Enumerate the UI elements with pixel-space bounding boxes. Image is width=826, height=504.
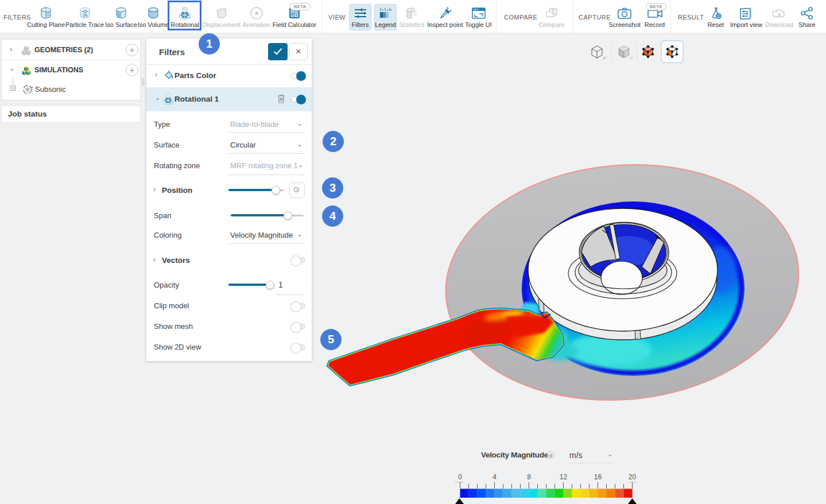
svg-text:4: 4	[493, 473, 497, 481]
svg-text:0: 0	[458, 473, 462, 481]
svg-text:12: 12	[560, 473, 568, 481]
svg-text:20: 20	[629, 473, 637, 481]
svg-text:16: 16	[594, 473, 602, 481]
svg-text:8: 8	[527, 473, 531, 481]
